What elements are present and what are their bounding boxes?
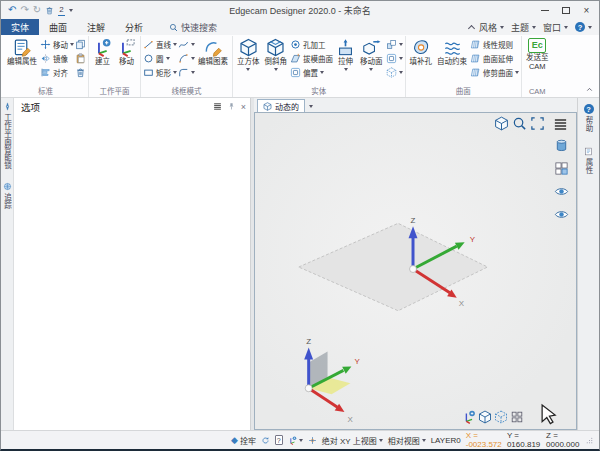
draft-surface-button[interactable]: 拔模曲面: [290, 52, 333, 65]
tab-annotation[interactable]: 注解: [77, 19, 115, 35]
trim-surface-button[interactable]: 修剪曲面: [470, 66, 519, 79]
surface-extend-button[interactable]: 曲面延伸: [470, 52, 519, 65]
fillet-button[interactable]: [178, 66, 195, 79]
panel-menu-icon[interactable]: [213, 102, 222, 111]
solid-combine-button[interactable]: [386, 52, 403, 65]
tab-solid[interactable]: 实体: [1, 19, 39, 35]
move-face-button[interactable]: 移动面: [358, 36, 385, 87]
copy-button[interactable]: [75, 38, 86, 51]
document-tab-dynamic[interactable]: 动态的: [257, 99, 305, 112]
quick-access-dropdown-icon[interactable]: [69, 9, 73, 12]
document-tab-label: 动态的: [275, 101, 299, 112]
group-label-surface: 曲面: [408, 87, 520, 97]
linear-rule-button[interactable]: 线性规则: [470, 38, 519, 51]
visibility-icon[interactable]: [554, 184, 569, 199]
snap-toggle[interactable]: ◆ 拴牢: [231, 435, 256, 446]
circle-icon: [143, 53, 154, 64]
workplane-edit-icon[interactable]: [462, 410, 476, 424]
refresh-icon[interactable]: [261, 436, 270, 445]
fit-view-icon[interactable]: [530, 116, 545, 131]
right-vertical-tab-strip: ? 帮助 属性: [577, 98, 599, 430]
line-button[interactable]: 直线: [143, 38, 177, 51]
move-button[interactable]: 移动: [40, 38, 74, 51]
scene-3d[interactable]: Z Y X Z: [255, 113, 576, 429]
sidebar-tab-help[interactable]: ? 帮助: [583, 104, 594, 132]
chevron-down-icon: [399, 57, 403, 60]
grid-layout-icon[interactable]: [510, 410, 524, 424]
workplane-move-button[interactable]: 移动: [115, 36, 138, 87]
fill-hole-button[interactable]: 填补孔: [408, 36, 435, 87]
view-orientation-icon[interactable]: [494, 116, 509, 131]
layer-indicator[interactable]: LAYER0: [431, 436, 461, 445]
redo-icon[interactable]: ↷: [20, 5, 28, 15]
panel-close-icon[interactable]: ×: [241, 102, 246, 112]
extrude-button[interactable]: 拉伸: [334, 36, 357, 87]
delete-icon[interactable]: [45, 6, 54, 15]
minimize-button[interactable]: [534, 2, 555, 18]
hole-machining-button[interactable]: 孔加工: [290, 38, 333, 51]
send-to-cam-button[interactable]: Ec 发送至 CAM: [524, 36, 551, 87]
tab-analysis[interactable]: 分析: [115, 19, 153, 35]
viewport-menu-icon[interactable]: [553, 117, 568, 132]
sidebar-tab-properties[interactable]: 属性: [583, 147, 594, 174]
circle-button[interactable]: 圆: [143, 52, 177, 65]
transparent-view-icon[interactable]: [494, 410, 508, 424]
tab-surface[interactable]: 曲面: [39, 19, 77, 35]
pin-icon[interactable]: [227, 102, 236, 111]
resize-grip-icon[interactable]: [585, 436, 594, 445]
zoom-icon[interactable]: [512, 116, 527, 131]
render-mode-icon[interactable]: [554, 138, 569, 153]
group-label-workplane: 工作平面: [91, 87, 138, 97]
menu-theme[interactable]: 主题: [509, 21, 538, 34]
mirror-button[interactable]: 镜像: [40, 52, 74, 65]
workplane-create-button[interactable]: 建立: [91, 36, 114, 87]
surface-extend-icon: [470, 53, 481, 64]
close-button[interactable]: ×: [576, 2, 597, 18]
chevron-down-icon: [422, 439, 426, 442]
auto-constrain-label: 自动约束: [437, 58, 467, 67]
edit-properties-button[interactable]: 编辑属性: [5, 36, 39, 87]
repeat-icon[interactable]: ↻: [33, 5, 41, 15]
viewports-layout-icon[interactable]: [554, 161, 569, 176]
edit-element-button[interactable]: 编辑图素: [196, 36, 230, 87]
rectangle-button[interactable]: 矩形: [143, 66, 177, 79]
workplane-triad: Z Y X: [304, 337, 360, 425]
relative-view-selector[interactable]: 相对视图: [388, 435, 426, 446]
menu-window[interactable]: 窗口: [541, 21, 570, 34]
maximize-button[interactable]: [555, 2, 576, 18]
chevron-down-icon: [173, 43, 177, 46]
document-tab-dropdown-icon[interactable]: [309, 105, 313, 108]
collapse-ribbon-icon[interactable]: [468, 24, 475, 31]
isometric-view-icon[interactable]: [478, 410, 492, 424]
undo-icon[interactable]: ↶: [8, 5, 16, 15]
view-cube-icon: [263, 102, 272, 111]
fill-hole-label: 填补孔: [410, 58, 433, 67]
cube-button[interactable]: 立方体: [235, 36, 262, 87]
quick-search[interactable]: 快速搜索: [169, 19, 217, 35]
sidebar-tab-workplane-smartlock[interactable]: 工作平面智能锁: [2, 102, 13, 169]
trim-surface-icon: [470, 67, 481, 78]
align-button[interactable]: 对齐: [40, 66, 74, 79]
solid-group-button[interactable]: [386, 66, 403, 79]
offset-button[interactable]: 偏置: [290, 66, 333, 79]
edit-properties-icon: [13, 38, 32, 57]
delete-button[interactable]: [75, 66, 86, 79]
workplane-selector[interactable]: [288, 436, 303, 445]
hide-others-icon[interactable]: [554, 207, 569, 222]
query-icon[interactable]: ?: [275, 435, 283, 445]
absolute-view-selector[interactable]: 绝对 XY 上视图: [322, 435, 383, 446]
viewport-3d[interactable]: Z Y X Z: [254, 112, 577, 430]
ribbon-group-wireframe: 直线 圆 矩形 编辑图素 线框模式: [141, 36, 233, 97]
help-menu[interactable]: ?: [573, 22, 594, 32]
chamfer-button[interactable]: 倒斜角: [263, 36, 290, 87]
spline-button[interactable]: [178, 38, 195, 51]
solid-pattern-button[interactable]: [386, 38, 403, 51]
arc-button[interactable]: [178, 52, 195, 65]
position-axis-icon[interactable]: [308, 436, 317, 445]
workplane-number-icon[interactable]: 2: [58, 5, 64, 16]
auto-constrain-button[interactable]: 自动约束: [435, 36, 469, 87]
paste-button[interactable]: [75, 52, 86, 65]
ribbon-collapse-icon[interactable]: [585, 85, 594, 94]
menu-style[interactable]: 风格: [477, 21, 506, 34]
sidebar-tab-track[interactable]: 追踪: [2, 182, 13, 209]
